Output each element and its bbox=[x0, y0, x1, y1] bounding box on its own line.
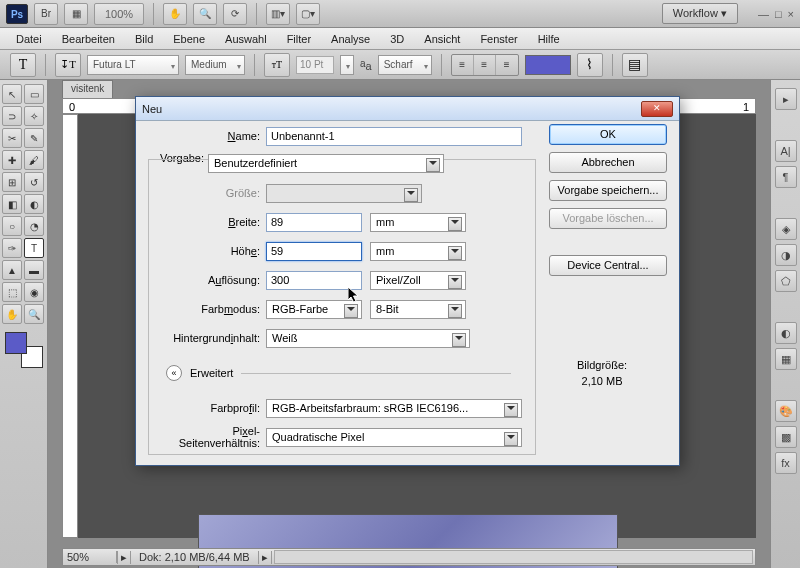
move-tool-icon[interactable]: ↖ bbox=[2, 84, 22, 104]
crop-tool-icon[interactable]: ✂ bbox=[2, 128, 22, 148]
zoom-tool-icon[interactable]: 🔍 bbox=[24, 304, 44, 324]
rotate-icon[interactable]: ⟳ bbox=[223, 3, 247, 25]
align-center-icon[interactable]: ≡ bbox=[474, 55, 496, 75]
menu-datei[interactable]: Datei bbox=[6, 30, 52, 48]
zoom-level[interactable]: 100% bbox=[94, 3, 144, 25]
font-weight-dropdown[interactable]: Medium bbox=[185, 55, 245, 75]
screen-mode-icon[interactable]: ▢▾ bbox=[296, 3, 320, 25]
color-mode-dropdown[interactable]: RGB-Farbe bbox=[266, 300, 362, 319]
character-panel-icon[interactable]: ▤ bbox=[622, 53, 648, 77]
height-input[interactable]: 59 bbox=[266, 242, 362, 261]
paths-panel-icon[interactable]: ⬠ bbox=[775, 270, 797, 292]
menu-fenster[interactable]: Fenster bbox=[470, 30, 527, 48]
camera-tool-icon[interactable]: ◉ bbox=[24, 282, 44, 302]
pen-tool-icon[interactable]: ✑ bbox=[2, 238, 22, 258]
text-orientation-icon[interactable]: ↧T bbox=[55, 53, 81, 77]
hand-tool-icon[interactable]: ✋ bbox=[2, 304, 22, 324]
tool-type-icon[interactable]: T bbox=[10, 53, 36, 77]
panels-dock: ▸ A| ¶ ◈ ◑ ⬠ ◐ ▦ 🎨 ▩ fx bbox=[770, 80, 800, 568]
menu-filter[interactable]: Filter bbox=[277, 30, 321, 48]
scroll-track[interactable] bbox=[274, 550, 753, 564]
font-size-input[interactable]: 10 Pt bbox=[296, 56, 334, 74]
workspace-switcher[interactable]: Workflow ▾ bbox=[662, 3, 738, 24]
actions-panel-icon[interactable]: fx bbox=[775, 452, 797, 474]
history-brush-icon[interactable]: ↺ bbox=[24, 172, 44, 192]
eyedropper-tool-icon[interactable]: ✎ bbox=[24, 128, 44, 148]
color-mode-label: Farbmodus: bbox=[190, 303, 266, 315]
minimize-icon[interactable]: — bbox=[758, 8, 769, 20]
channels-panel-icon[interactable]: ◑ bbox=[775, 244, 797, 266]
status-menu-icon[interactable]: ▸ bbox=[258, 551, 272, 564]
background-dropdown[interactable]: Weiß bbox=[266, 329, 470, 348]
color-profile-dropdown[interactable]: RGB-Arbeitsfarbraum: sRGB IEC6196... bbox=[266, 399, 522, 418]
document-tab[interactable]: visitenk bbox=[62, 80, 113, 98]
magnify-icon[interactable]: 🔍 bbox=[193, 3, 217, 25]
zoom-readout[interactable]: 50% bbox=[63, 551, 117, 563]
layers-panel-icon[interactable]: ◈ bbox=[775, 218, 797, 240]
pixel-aspect-dropdown[interactable]: Quadratische Pixel bbox=[266, 428, 522, 447]
color-panel-icon[interactable]: 🎨 bbox=[775, 400, 797, 422]
font-size-stepper[interactable] bbox=[340, 55, 354, 75]
styles-panel-icon[interactable]: ▦ bbox=[775, 348, 797, 370]
character-panel-icon[interactable]: A| bbox=[775, 140, 797, 162]
height-unit-dropdown[interactable]: mm bbox=[370, 242, 466, 261]
menu-analyse[interactable]: Analyse bbox=[321, 30, 380, 48]
ps-logo-icon: Ps bbox=[6, 4, 28, 24]
dialog-titlebar[interactable]: Neu ✕ bbox=[136, 97, 679, 121]
arrange-icon[interactable]: ▥▾ bbox=[266, 3, 290, 25]
dodge-tool-icon[interactable]: ◔ bbox=[24, 216, 44, 236]
name-input[interactable]: Unbenannt-1 bbox=[266, 127, 522, 146]
ok-button[interactable]: OK bbox=[549, 124, 667, 145]
path-select-icon[interactable]: ▲ bbox=[2, 260, 22, 280]
bit-depth-dropdown[interactable]: 8-Bit bbox=[370, 300, 466, 319]
width-input[interactable]: 89 bbox=[266, 213, 362, 232]
menu-ebene[interactable]: Ebene bbox=[163, 30, 215, 48]
menu-auswahl[interactable]: Auswahl bbox=[215, 30, 277, 48]
close-icon[interactable]: × bbox=[788, 8, 794, 20]
warp-text-icon[interactable]: ⌇ bbox=[577, 53, 603, 77]
dialog-close-button[interactable]: ✕ bbox=[641, 101, 673, 117]
align-left-icon[interactable]: ≡ bbox=[452, 55, 474, 75]
color-swatches[interactable] bbox=[5, 332, 43, 368]
menu-bild[interactable]: Bild bbox=[125, 30, 163, 48]
film-icon[interactable]: ▦ bbox=[64, 3, 88, 25]
wand-tool-icon[interactable]: ✧ bbox=[24, 106, 44, 126]
foreground-color[interactable] bbox=[5, 332, 27, 354]
heal-tool-icon[interactable]: ✚ bbox=[2, 150, 22, 170]
preset-dropdown[interactable]: Benutzerdefiniert bbox=[208, 154, 444, 173]
antialias-dropdown[interactable]: Scharf bbox=[378, 55, 432, 75]
menu-bearbeiten[interactable]: Bearbeiten bbox=[52, 30, 125, 48]
menu-ansicht[interactable]: Ansicht bbox=[414, 30, 470, 48]
lasso-tool-icon[interactable]: ⊃ bbox=[2, 106, 22, 126]
width-unit-dropdown[interactable]: mm bbox=[370, 213, 466, 232]
resolution-unit-dropdown[interactable]: Pixel/Zoll bbox=[370, 271, 466, 290]
font-family-dropdown[interactable]: Futura LT bbox=[87, 55, 179, 75]
3d-tool-icon[interactable]: ⬚ bbox=[2, 282, 22, 302]
maximize-icon[interactable]: □ bbox=[775, 8, 782, 20]
gradient-tool-icon[interactable]: ◐ bbox=[24, 194, 44, 214]
collapse-panels-icon[interactable]: ▸ bbox=[775, 88, 797, 110]
cancel-button[interactable]: Abbrechen bbox=[549, 152, 667, 173]
brush-tool-icon[interactable]: 🖌 bbox=[24, 150, 44, 170]
align-right-icon[interactable]: ≡ bbox=[496, 55, 518, 75]
paragraph-panel-icon[interactable]: ¶ bbox=[775, 166, 797, 188]
shape-tool-icon[interactable]: ▬ bbox=[24, 260, 44, 280]
device-central-button[interactable]: Device Central... bbox=[549, 255, 667, 276]
advanced-expander[interactable]: « bbox=[166, 365, 182, 381]
text-color-swatch[interactable] bbox=[525, 55, 571, 75]
hand-icon[interactable]: ✋ bbox=[163, 3, 187, 25]
menu-hilfe[interactable]: Hilfe bbox=[528, 30, 570, 48]
marquee-tool-icon[interactable]: ▭ bbox=[24, 84, 44, 104]
adjustments-panel-icon[interactable]: ◐ bbox=[775, 322, 797, 344]
resolution-input[interactable]: 300 bbox=[266, 271, 362, 290]
blur-tool-icon[interactable]: ○ bbox=[2, 216, 22, 236]
delete-preset-button[interactable]: Vorgabe löschen... bbox=[549, 208, 667, 229]
bridge-icon[interactable]: Br bbox=[34, 3, 58, 25]
status-nav-icon[interactable]: ▸ bbox=[117, 551, 131, 564]
eraser-tool-icon[interactable]: ◧ bbox=[2, 194, 22, 214]
swatches-panel-icon[interactable]: ▩ bbox=[775, 426, 797, 448]
save-preset-button[interactable]: Vorgabe speichern... bbox=[549, 180, 667, 201]
type-tool-icon[interactable]: T bbox=[24, 238, 44, 258]
stamp-tool-icon[interactable]: ⊞ bbox=[2, 172, 22, 192]
menu-3d[interactable]: 3D bbox=[380, 30, 414, 48]
